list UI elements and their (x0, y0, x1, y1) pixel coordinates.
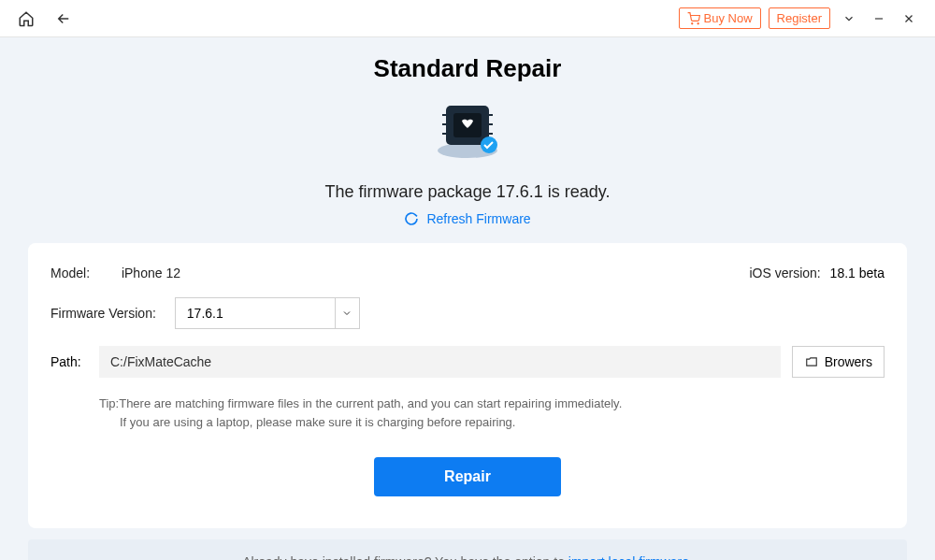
refresh-firmware-button[interactable]: Refresh Firmware (0, 211, 935, 226)
firmware-version-label: Firmware Version: (50, 306, 156, 321)
model-group: Model: iPhone 12 (50, 266, 180, 280)
buy-now-button[interactable]: Buy Now (679, 7, 761, 29)
home-button[interactable] (15, 7, 37, 30)
ios-version-group: iOS version: 18.1 beta (749, 266, 885, 280)
path-label: Path: (50, 354, 88, 369)
chevron-down-icon (341, 308, 352, 319)
topbar-right: Buy Now Register (679, 7, 920, 30)
hero: The firmware package 17.6.1 is ready. Re… (0, 96, 935, 226)
back-arrow-icon (55, 10, 72, 27)
menu-dropdown-button[interactable] (838, 7, 860, 30)
cart-icon (687, 12, 700, 25)
path-value: C:/FixMateCache (110, 354, 211, 369)
repair-button[interactable]: Repair (374, 457, 561, 496)
firmware-version-row: Firmware Version: 17.6.1 (50, 297, 885, 329)
select-caret (335, 298, 359, 328)
browse-label: Browers (825, 354, 872, 369)
refresh-label: Refresh Firmware (426, 211, 530, 226)
firmware-version-value: 17.6.1 (176, 298, 335, 328)
svg-point-0 (691, 22, 692, 23)
tip-block: Tip:There are matching firmware files in… (99, 395, 885, 431)
back-button[interactable] (52, 7, 75, 30)
path-row: Path: C:/FixMateCache Browers (50, 346, 885, 378)
footer-text: Already have installed firmware? You hav… (242, 554, 568, 560)
firmware-status-text: The firmware package 17.6.1 is ready. (0, 182, 935, 202)
folder-icon (804, 355, 819, 368)
buy-now-label: Buy Now (704, 11, 753, 25)
ios-version-label: iOS version: (749, 266, 820, 280)
firmware-chip-illustration (425, 96, 510, 162)
path-input[interactable]: C:/FixMateCache (99, 346, 781, 378)
close-icon (902, 12, 915, 25)
tip-line1: There are matching firmware files in the… (119, 396, 622, 410)
minimize-button[interactable] (868, 7, 890, 30)
repair-label: Repair (444, 468, 491, 484)
tip-line2: If you are using a laptop, please make s… (120, 413, 515, 432)
model-label: Model: (50, 266, 90, 280)
footer-banner: Already have installed firmware? You hav… (28, 539, 907, 560)
model-value: iPhone 12 (122, 266, 180, 280)
svg-point-1 (698, 22, 698, 23)
tip-prefix: Tip: (99, 396, 119, 410)
ios-version-value: 18.1 beta (830, 266, 885, 280)
import-firmware-link[interactable]: import local firmware (568, 554, 689, 560)
firmware-card: Model: iPhone 12 iOS version: 18.1 beta … (28, 243, 907, 528)
register-label: Register (777, 11, 822, 25)
page-title: Standard Repair (0, 54, 935, 83)
refresh-icon (404, 211, 419, 226)
topbar-left (15, 7, 75, 30)
close-button[interactable] (898, 7, 920, 30)
chevron-down-icon (842, 12, 856, 25)
footer-period: . (689, 554, 693, 560)
browse-button[interactable]: Browers (792, 346, 885, 378)
register-button[interactable]: Register (769, 7, 830, 29)
home-icon (18, 10, 35, 27)
model-ios-row: Model: iPhone 12 iOS version: 18.1 beta (50, 266, 885, 280)
firmware-version-select[interactable]: 17.6.1 (175, 297, 360, 329)
minimize-icon (872, 12, 885, 25)
topbar: Buy Now Register (0, 0, 935, 37)
